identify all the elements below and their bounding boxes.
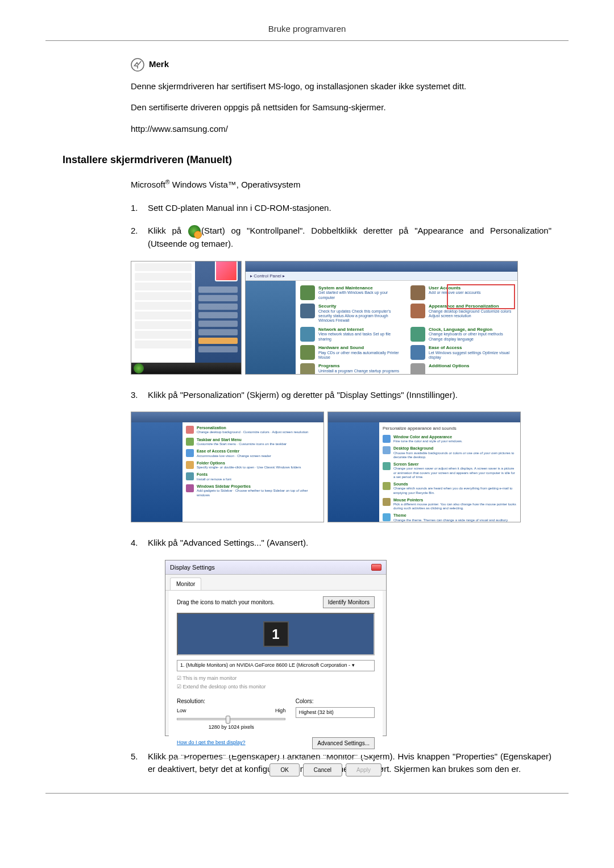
cp-category: Additional Options xyxy=(410,363,513,374)
control-panel-sidebar xyxy=(246,281,296,374)
resolution-slider[interactable] xyxy=(177,718,285,720)
colors-dropdown[interactable]: Highest (32 bit) xyxy=(296,707,375,719)
svg-point-0 xyxy=(131,59,144,71)
ok-button[interactable]: OK xyxy=(269,763,299,776)
step-4-text: Klikk på "Advanced Settings..." (Avanser… xyxy=(148,537,551,550)
user-picture-icon xyxy=(215,261,238,281)
note-url: http://www.samsung.com/ xyxy=(131,123,551,136)
window-controls xyxy=(371,564,381,571)
step-list: 1. Sett CD-platen Manual inn i CD-ROM-st… xyxy=(131,202,551,251)
cp-category: System and MaintenanceGet started with W… xyxy=(300,285,403,300)
screenshot-start-controlpanel: ▸ Control Panel ▸ System and Maintenance… xyxy=(131,261,551,375)
advanced-settings-button[interactable]: Advanced Settings... xyxy=(312,737,375,749)
cp-category: Clock, Language, and RegionChange keyboa… xyxy=(410,327,513,342)
personalization-panel-right: Personalize appearance and sounds Window… xyxy=(327,412,521,522)
personalization-sidebar-2 xyxy=(328,422,379,522)
start-orb-icon xyxy=(134,363,144,373)
monitor-checks: ☑ This is my main monitor ☑ Extend the d… xyxy=(177,675,375,691)
identify-monitors-button[interactable]: Identify Monitors xyxy=(323,596,375,608)
control-panel-body: System and MaintenanceGet started with W… xyxy=(296,281,517,375)
section-heading: Installere skjermdriveren (Manuelt) xyxy=(63,152,551,168)
subtitle-mid: Windows Vista™, Operativsystem xyxy=(170,180,301,189)
personalization-sidebar xyxy=(131,422,182,522)
resolution-group: Resolution: Low High 1280 by 1024 pixels xyxy=(177,697,285,732)
footer-rule xyxy=(45,793,569,794)
step-3: 3. Klikk på "Personalization" (Skjerm) o… xyxy=(131,389,551,402)
step-4: 4. Klikk på "Advanced Settings..." (Avan… xyxy=(131,537,551,550)
cp-category: ProgramsUninstall a program Change start… xyxy=(300,363,403,374)
step-3-number: 3. xyxy=(131,389,148,402)
display-adapter-dropdown[interactable]: 1. (Multiple Monitors) on NVIDIA GeForce… xyxy=(177,660,375,671)
cp-category: Ease of AccessLet Windows suggest settin… xyxy=(410,345,513,360)
colors-label: Colors: xyxy=(296,697,375,705)
step-2: 2. Klikk på (Start) og "Kontrollpanel". … xyxy=(131,225,551,251)
step-1: 1. Sett CD-platen Manual inn i CD-ROM-st… xyxy=(131,202,551,215)
screenshot-display-settings: Display Settings Monitor Drag the icons … xyxy=(165,560,387,736)
step-4-number: 4. xyxy=(131,537,148,550)
registered-mark: ® xyxy=(165,178,170,185)
step-1-number: 1. xyxy=(131,202,148,215)
step-3-text: Klikk på "Personalization" (Skjerm) og d… xyxy=(148,389,551,402)
main-content: Merk Denne skjermdriveren har sertifiser… xyxy=(45,58,569,776)
screenshot-start-menu xyxy=(131,261,242,375)
monitor-1-icon[interactable]: 1 xyxy=(263,621,289,647)
page-title: Bruke programvaren xyxy=(268,24,346,34)
section-subtitle: Microsoft® Windows Vista™, Operativsyste… xyxy=(131,178,551,192)
note-header: Merk xyxy=(131,58,551,72)
control-panel-titlebar xyxy=(246,261,517,272)
extend-desktop-checkbox[interactable]: ☑ Extend the desktop onto this monitor xyxy=(177,683,375,691)
note-text-2: Den sertifiserte driveren oppgis på nett… xyxy=(131,101,551,114)
step-2-text: Klikk på (Start) og "Kontrollpanel". Dob… xyxy=(148,225,551,251)
control-panel-menuitem xyxy=(198,338,238,344)
display-settings-tabs: Monitor xyxy=(165,575,386,591)
note-title: Merk xyxy=(149,58,169,71)
main-monitor-checkbox[interactable]: ☑ This is my main monitor xyxy=(177,675,375,683)
step-2-pre: Klikk på xyxy=(148,226,188,235)
personalization-main: PersonalizationChange desktop background… xyxy=(182,422,323,522)
display-settings-buttons: OK Cancel Apply xyxy=(165,758,386,781)
note-section: Merk Denne skjermdriveren har sertifiser… xyxy=(131,58,551,136)
close-icon xyxy=(371,564,381,571)
best-display-link[interactable]: How do I get the best display? xyxy=(177,739,246,747)
apply-button[interactable]: Apply xyxy=(346,763,381,776)
cancel-button[interactable]: Cancel xyxy=(303,763,342,776)
step-1-text: Sett CD-platen Manual inn i CD-ROM-stasj… xyxy=(148,202,551,215)
note-icon xyxy=(131,58,144,72)
personalization-panel-left: PersonalizationChange desktop background… xyxy=(131,412,324,522)
screenshot-personalization: PersonalizationChange desktop background… xyxy=(131,412,551,522)
subtitle-prefix: Microsoft xyxy=(131,180,165,189)
cp-category: Network and InternetView network status … xyxy=(300,327,403,342)
taskbar xyxy=(131,363,241,374)
start-menu-left-pane xyxy=(131,261,195,363)
display-settings-titlebar: Display Settings xyxy=(165,560,386,575)
display-settings-desc-row: Drag the icons to match your monitors. I… xyxy=(177,596,375,608)
resolution-slider-thumb[interactable] xyxy=(226,716,230,724)
page-header: Bruke programvaren xyxy=(45,23,569,41)
display-settings-desc: Drag the icons to match your monitors. xyxy=(177,598,275,607)
monitor-preview-area: 1 xyxy=(177,613,375,655)
start-button-icon xyxy=(188,225,201,238)
resolution-colors-row: Resolution: Low High 1280 by 1024 pixels… xyxy=(177,697,375,732)
control-panel-breadcrumb: ▸ Control Panel ▸ xyxy=(246,272,517,281)
display-settings-footer: How do I get the best display? Advanced … xyxy=(177,737,375,749)
resolution-low: Low xyxy=(177,707,186,715)
screenshot-control-panel: ▸ Control Panel ▸ System and Maintenance… xyxy=(245,261,518,375)
step-5-number: 5. xyxy=(131,750,148,776)
cp-category: Hardware and SoundPlay CDs or other medi… xyxy=(300,345,403,360)
cp-category-appearance: Appearance and PersonalizationChange des… xyxy=(410,304,513,323)
resolution-label: Resolution: xyxy=(177,697,285,705)
colors-group: Colors: Highest (32 bit) xyxy=(296,697,375,732)
start-menu-right-pane xyxy=(195,261,241,363)
personalization-main-2: Personalize appearance and sounds Window… xyxy=(379,422,520,522)
resolution-high: High xyxy=(275,707,286,715)
cp-category: User AccountsAdd or remove user accounts xyxy=(410,285,513,300)
step-list-2: 3. Klikk på "Personalization" (Skjerm) o… xyxy=(131,389,551,402)
step-2-number: 2. xyxy=(131,225,148,251)
cp-category: SecurityCheck for updates Check this com… xyxy=(300,304,403,323)
note-text-1: Denne skjermdriveren har sertifisert MS-… xyxy=(131,80,551,93)
display-settings-body: Drag the icons to match your monitors. I… xyxy=(169,591,383,755)
display-settings-title: Display Settings xyxy=(170,563,215,572)
monitor-tab: Monitor xyxy=(170,578,201,590)
resolution-value: 1280 by 1024 pixels xyxy=(177,724,285,732)
step-list-3: 4. Klikk på "Advanced Settings..." (Avan… xyxy=(131,537,551,550)
